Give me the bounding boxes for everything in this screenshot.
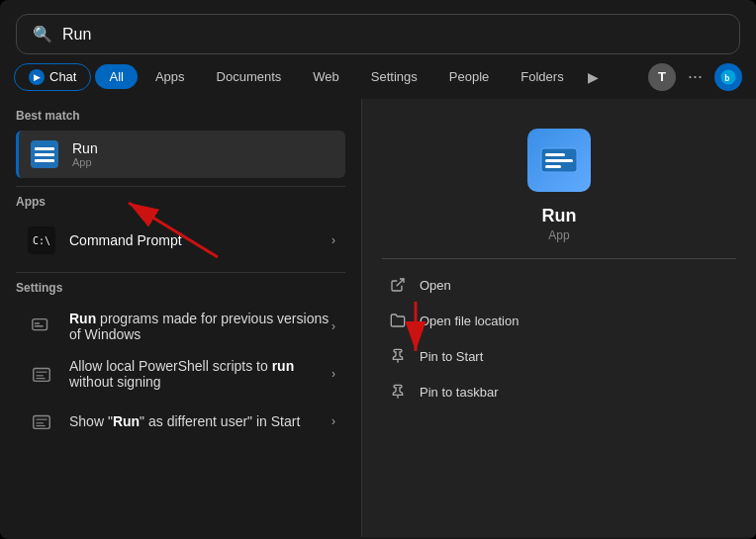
more-options-button[interactable]: ··· [680,62,710,91]
tab-documents-label: Documents [217,69,282,84]
svg-rect-2 [35,322,41,323]
pin-start-icon [388,346,408,366]
run-app-name: Run [72,140,335,156]
svg-text:b: b [724,73,729,82]
tab-folders-label: Folders [520,69,563,84]
apps-section-title: Apps [16,195,345,209]
tab-all-label: All [109,69,123,84]
tab-apps[interactable]: Apps [142,64,199,89]
svg-rect-4 [34,369,50,382]
tab-apps-label: Apps [155,69,185,84]
right-panel: Run App Open [361,99,756,537]
tab-settings-label: Settings [371,69,418,84]
tab-documents[interactable]: Documents [203,64,296,89]
action-pin-start[interactable]: Pin to Start [382,338,736,374]
tab-chat-label: Chat [49,69,76,84]
search-input[interactable] [62,26,723,44]
settings-run-programs[interactable]: Run programs made for previous versions … [16,303,345,350]
action-pin-start-label: Pin to Start [420,349,483,364]
divider-2 [16,272,345,273]
tab-settings[interactable]: Settings [357,64,431,89]
run-large-icon [527,129,591,192]
tab-chat[interactable]: ▶ Chat [14,63,91,91]
cmd-icon: C:\ [26,225,57,256]
folder-icon [388,311,408,330]
tab-web-label: Web [313,69,339,84]
settings-show-run[interactable]: Show "Run" as different user" in Start › [16,398,345,445]
action-open-file-location-label: Open file location [420,314,519,328]
left-panel: Best match Run App Apps [0,99,361,537]
tab-folders[interactable]: Folders [507,64,577,89]
settings-ps-icon [26,358,57,390]
user-avatar[interactable]: T [648,63,676,91]
best-match-title: Best match [16,109,345,123]
svg-line-16 [397,279,404,286]
action-pin-taskbar-label: Pin to taskbar [420,385,499,400]
svg-rect-3 [35,325,44,326]
scroll-tabs-right-button[interactable]: ▶ [582,65,605,89]
cmd-arrow: › [331,233,335,247]
open-icon [388,275,408,295]
settings-show-name: Show "Run" as different user" in Start [69,413,331,429]
settings-run-icon [26,311,57,342]
right-app-type: App [548,228,569,242]
action-open-file-location[interactable]: Open file location [382,303,736,338]
run-app-icon [29,138,60,170]
settings-run-text: Run programs made for previous versions … [69,311,331,342]
result-command-prompt[interactable]: C:\ Command Prompt › [16,217,345,264]
action-open-label: Open [420,278,451,293]
run-app-text: Run App [72,140,335,168]
cmd-name: Command Prompt [69,232,331,248]
settings-section-title: Settings [16,281,345,295]
settings-run-name: Run programs made for previous versions … [69,311,331,342]
settings-ps-text: Allow local PowerShell scripts to run wi… [69,358,331,390]
tab-all[interactable]: All [95,64,137,89]
settings-show-icon [26,405,57,437]
tabs-bar: ▶ Chat All Apps Documents Web Settings P… [0,54,756,99]
bing-icon[interactable]: b [714,63,742,91]
run-app-type: App [72,156,335,168]
svg-rect-8 [34,416,50,429]
settings-powershell[interactable]: Allow local PowerShell scripts to run wi… [16,350,345,398]
cmd-text: Command Prompt [69,232,331,248]
tab-people-label: People [449,69,489,84]
settings-ps-arrow: › [331,367,335,381]
svg-rect-1 [33,319,47,330]
settings-show-arrow: › [331,414,335,428]
divider-1 [16,186,345,187]
tab-people[interactable]: People [435,64,503,89]
action-divider [382,258,736,259]
settings-run-arrow: › [331,319,335,333]
tab-web[interactable]: Web [299,64,353,89]
action-list: Open Open file location [382,267,736,409]
svg-rect-13 [545,153,565,156]
settings-show-text: Show "Run" as different user" in Start [69,413,331,429]
chat-icon: ▶ [29,69,45,85]
right-app-name: Run [542,206,577,226]
svg-rect-15 [545,165,561,168]
action-pin-taskbar[interactable]: Pin to taskbar [382,374,736,409]
best-match-run[interactable]: Run App [16,131,345,178]
main-content: Best match Run App Apps [0,99,756,537]
settings-ps-name: Allow local PowerShell scripts to run wi… [69,358,331,390]
search-icon: 🔍 [33,25,52,44]
search-bar[interactable]: 🔍 [16,14,740,54]
svg-rect-14 [545,159,573,162]
pin-taskbar-icon [388,382,408,402]
action-open[interactable]: Open [382,267,736,303]
